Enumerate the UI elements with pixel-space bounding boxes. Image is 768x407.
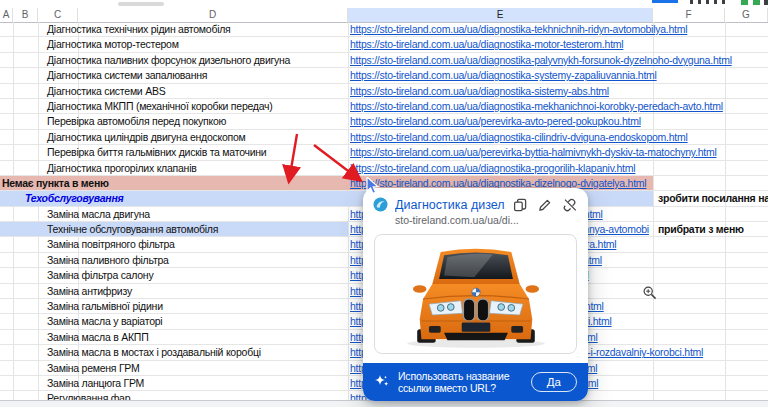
service-name-cell[interactable]: Заміна антифризу bbox=[47, 284, 132, 299]
sheet-row: Діагностика паливних форсунок дизельного… bbox=[0, 53, 768, 68]
url-link[interactable]: https://sto-tireland.com.ua/ua/diagnosti… bbox=[350, 100, 723, 112]
url-link[interactable]: https://sto-tireland.com.ua/ua/perevirka… bbox=[350, 115, 641, 127]
service-name-cell[interactable]: Заміна фільтра салону bbox=[47, 268, 153, 283]
toolbar-fragment bbox=[118, 2, 164, 6]
link-preview-image-card[interactable] bbox=[374, 234, 577, 354]
url-cell: https://sto-tireland.com.ua/ua/perevirka… bbox=[350, 145, 717, 160]
sheet-row: Діагностика прогорілих клапанівhttps://s… bbox=[0, 161, 768, 176]
service-name-cell[interactable]: Діагностика прогорілих клапанів bbox=[47, 161, 197, 176]
url-cell: https://sto-tireland.com.ua/ua/diagnosti… bbox=[350, 68, 657, 83]
sheet-row: Діагностика МКПП (механічної коробки пер… bbox=[0, 99, 768, 114]
link-title[interactable]: Диагностика дизел... bbox=[395, 198, 506, 212]
sheet-row: Діагностика мотор-тестеромhttps://sto-ti… bbox=[0, 37, 768, 52]
link-preview-popup: Диагностика дизел... sto-tireland.com.ua… bbox=[363, 188, 588, 401]
column-header-E[interactable]: E bbox=[348, 8, 653, 22]
service-name-cell[interactable]: Діагностика системи ABS bbox=[47, 84, 165, 99]
service-name-cell[interactable]: Заміна ременя ГРМ bbox=[47, 361, 140, 376]
url-cell: https://sto-tireland.com.ua/ua/diagnosti… bbox=[350, 37, 623, 52]
service-name-cell[interactable]: Технічне обслуговування автомобіля bbox=[47, 222, 218, 237]
url-link[interactable]: https://sto-tireland.com.ua/ua/diagnosti… bbox=[350, 85, 609, 97]
spreadsheet-app: ABCDEFG Діагностика технічних рідин авто… bbox=[0, 0, 768, 407]
service-name-cell[interactable]: Діагностика мотор-тестером bbox=[47, 37, 179, 52]
ai-suggestion-banner: Использовать название ссылки вместо URL?… bbox=[363, 363, 588, 401]
url-link[interactable]: https://sto-tireland.com.ua/ua/diagnosti… bbox=[350, 23, 687, 35]
service-name-cell[interactable]: Техобслуговування bbox=[25, 191, 123, 206]
edit-icon[interactable] bbox=[538, 198, 552, 212]
sheet-row: Діагностика циліндрів двигуна ендоскопом… bbox=[0, 130, 768, 145]
url-link[interactable]: https://sto-tireland.com.ua/ua/diagnosti… bbox=[350, 131, 688, 143]
url-link[interactable]: https://sto-tireland.com.ua/ua/perevirka… bbox=[350, 146, 717, 158]
column-header-G[interactable]: G bbox=[725, 8, 768, 22]
toolbar-fragment bbox=[706, 0, 709, 4]
toolbar-fragment bbox=[690, 0, 693, 4]
service-name-cell[interactable]: Немає пункта в меню bbox=[2, 176, 109, 191]
toolbar-fragment bbox=[652, 0, 678, 3]
sparkle-icon bbox=[374, 374, 390, 390]
service-name-cell[interactable]: Діагностика МКПП (механічної коробки пер… bbox=[47, 99, 273, 114]
service-name-cell[interactable]: Заміна масла двигуна bbox=[47, 207, 150, 222]
service-name-cell[interactable]: Діагностика системи запалювання bbox=[47, 68, 207, 83]
suggestion-text: Использовать название ссылки вместо URL? bbox=[398, 370, 520, 395]
service-name-cell[interactable]: Перевірка автомобіля перед покупкою bbox=[47, 114, 226, 129]
sheet-row: Перевірка автомобіля перед покупкоюhttps… bbox=[0, 114, 768, 129]
service-name-cell[interactable]: Заміна повітряного фільтра bbox=[47, 237, 175, 252]
link-preview-header: Диагностика дизел... bbox=[363, 188, 588, 214]
toolbar-fragment bbox=[698, 0, 701, 4]
copy-icon[interactable] bbox=[513, 198, 527, 212]
service-name-cell[interactable]: Діагностика паливних форсунок дизельного… bbox=[47, 53, 290, 68]
service-name-cell[interactable]: Заміна масла в мостах і роздавальній кор… bbox=[47, 345, 261, 360]
service-name-cell[interactable]: Заміна паливного фільтра bbox=[47, 253, 169, 268]
sheet-row: Діагностика системи ABShttps://sto-tirel… bbox=[0, 84, 768, 99]
url-link[interactable]: https://sto-tireland.com.ua/ua/diagnosti… bbox=[350, 38, 623, 50]
column-header-B[interactable]: B bbox=[13, 8, 38, 22]
link-url-preview: sto-tireland.com.ua/ua/di... bbox=[363, 214, 588, 232]
column-header-F[interactable]: F bbox=[653, 8, 725, 22]
service-name-cell[interactable]: Діагностика циліндрів двигуна ендоскопом bbox=[47, 130, 246, 145]
url-cell: https://sto-tireland.com.ua/ua/diagnosti… bbox=[350, 22, 687, 37]
toolbar-fragment bbox=[753, 0, 760, 5]
toolbar-fragment bbox=[764, 0, 768, 5]
service-name-cell[interactable]: Перевірка биття гальмівних дисків та мат… bbox=[47, 145, 266, 160]
toolbar-fragment bbox=[722, 0, 725, 4]
column-header-row: ABCDEFG bbox=[0, 8, 768, 23]
bottom-scroll-strip[interactable] bbox=[0, 400, 768, 407]
yes-button[interactable]: Да bbox=[531, 372, 577, 392]
service-name-cell[interactable]: Діагностика технічних рідин автомобіля bbox=[47, 22, 231, 37]
toolbar-fragment bbox=[714, 0, 717, 4]
column-header-C[interactable]: C bbox=[38, 8, 78, 22]
column-header-D[interactable]: D bbox=[78, 8, 348, 22]
url-link[interactable]: https://sto-tireland.com.ua/ua/diagnosti… bbox=[350, 54, 732, 66]
url-cell: https://sto-tireland.com.ua/ua/diagnosti… bbox=[350, 53, 732, 68]
sheet-row: Діагностика системи запалюванняhttps://s… bbox=[0, 68, 768, 83]
site-favicon bbox=[373, 197, 388, 212]
url-link[interactable]: https://sto-tireland.com.ua/ua/diagnosti… bbox=[350, 162, 635, 174]
url-cell: https://sto-tireland.com.ua/ua/perevirka… bbox=[350, 114, 641, 129]
sheet-row: Діагностика технічних рідин автомобіляht… bbox=[0, 22, 768, 37]
column-header-A[interactable]: A bbox=[0, 8, 13, 22]
service-name-cell[interactable]: Заміна гальмівної рідини bbox=[47, 299, 163, 314]
toolbar-fragment bbox=[741, 0, 748, 5]
sheet-row: Перевірка биття гальмівних дисків та мат… bbox=[0, 145, 768, 160]
url-link[interactable]: https://sto-tireland.com.ua/ua/diagnosti… bbox=[350, 69, 657, 81]
car-image bbox=[392, 238, 560, 350]
note-cell[interactable]: прибрати з меню bbox=[658, 222, 744, 237]
url-cell: https://sto-tireland.com.ua/ua/diagnosti… bbox=[350, 130, 688, 145]
url-cell: https://sto-tireland.com.ua/ua/diagnosti… bbox=[350, 84, 609, 99]
note-cell[interactable]: зробити посилання на h bbox=[658, 191, 768, 206]
unlink-icon[interactable] bbox=[563, 198, 578, 212]
service-name-cell[interactable]: Заміна масла в АКПП bbox=[47, 330, 148, 345]
url-cell: https://sto-tireland.com.ua/ua/diagnosti… bbox=[350, 161, 635, 176]
service-name-cell[interactable]: Заміна масла у варіаторі bbox=[47, 314, 162, 329]
url-cell: https://sto-tireland.com.ua/ua/diagnosti… bbox=[350, 99, 723, 114]
service-name-cell[interactable]: Заміна ланцюга ГРМ bbox=[47, 376, 144, 391]
